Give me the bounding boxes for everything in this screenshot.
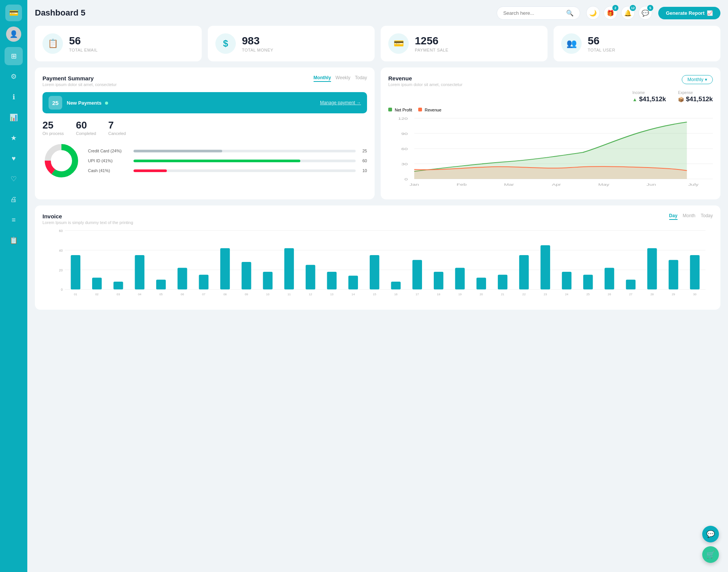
- invoice-tab-month[interactable]: Month: [683, 213, 695, 220]
- theme-toggle-btn[interactable]: 🌙: [586, 6, 600, 20]
- svg-rect-56: [370, 255, 379, 290]
- progress-row-credit: Credit Card (24%) 25: [88, 149, 367, 153]
- generate-report-button[interactable]: Generate Report 📈: [658, 7, 720, 19]
- canceled-value: 7: [108, 119, 126, 131]
- upi-track: [133, 160, 356, 162]
- svg-text:16: 16: [394, 293, 398, 296]
- chat-btn[interactable]: 💬 5: [639, 6, 652, 20]
- invoice-tab-day[interactable]: Day: [669, 213, 678, 220]
- sidebar-item-analytics[interactable]: 📊: [5, 108, 23, 127]
- progress-bars: Credit Card (24%) 25 UPI ID (41%) 60: [88, 142, 367, 180]
- svg-text:12: 12: [309, 293, 312, 296]
- payment-summary-title: Payment Summary: [42, 75, 117, 81]
- manage-payment-link[interactable]: Manage payment →: [320, 100, 361, 105]
- users-icon: 👥: [561, 33, 582, 54]
- svg-text:07: 07: [202, 293, 206, 296]
- net-profit-dot: [388, 108, 392, 111]
- sidebar-item-heart2[interactable]: ♡: [5, 170, 23, 188]
- tab-weekly[interactable]: Weekly: [336, 75, 350, 82]
- upi-val: 60: [359, 158, 367, 163]
- expense-item: Expense 📦 $41,512k: [678, 91, 713, 103]
- on-process-value: 25: [42, 119, 64, 131]
- bell-btn[interactable]: 🔔 12: [621, 6, 635, 20]
- svg-rect-50: [306, 265, 315, 290]
- payment-summary-subtitle: Lorem ipsum dolor sit amet, consectetur: [42, 82, 117, 87]
- svg-rect-72: [541, 245, 550, 290]
- svg-text:09: 09: [245, 293, 248, 296]
- income-item: Income ▲ $41,512k: [632, 91, 666, 103]
- svg-text:15: 15: [373, 293, 376, 296]
- payment-value: 1256: [415, 35, 449, 47]
- payment-summary-card: Payment Summary Lorem ipsum dolor sit am…: [35, 67, 375, 199]
- sidebar-item-clipboard[interactable]: 📋: [5, 231, 23, 249]
- svg-text:27: 27: [629, 293, 632, 296]
- money-label: TOTAL MONEY: [242, 48, 273, 52]
- svg-rect-62: [434, 272, 443, 290]
- cart-fab[interactable]: 🛒: [702, 546, 719, 563]
- on-process-label: On process: [42, 131, 64, 136]
- stat-on-process: 25 On process: [42, 119, 64, 136]
- svg-rect-78: [604, 268, 614, 290]
- tab-monthly[interactable]: Monthly: [314, 75, 331, 82]
- fab-area: 💬 🛒: [702, 526, 719, 563]
- avatar[interactable]: 👤: [6, 27, 21, 42]
- tab-today[interactable]: Today: [355, 75, 367, 82]
- svg-rect-36: [156, 280, 166, 290]
- expense-label: Expense: [678, 91, 693, 95]
- svg-rect-28: [71, 255, 80, 290]
- legend-net-profit: Net Profit: [388, 108, 412, 112]
- invoice-tab-today[interactable]: Today: [701, 213, 713, 220]
- new-payments-count: 25: [49, 96, 62, 110]
- svg-text:21: 21: [501, 293, 504, 296]
- svg-text:Jan: Jan: [410, 183, 419, 186]
- stat-card-email: 📋 56 TOTAL EMAIL: [35, 26, 202, 61]
- invoice-tab-group: Day Month Today: [669, 213, 713, 220]
- svg-text:40: 40: [59, 249, 63, 252]
- sidebar: 💳 👤 ⊞ ⚙ ℹ 📊 ★ ♥ ♡ 🖨 ≡ 📋: [0, 0, 27, 572]
- gift-btn[interactable]: 🎁 2: [604, 6, 617, 20]
- svg-rect-76: [583, 275, 593, 290]
- payment-bottom: Credit Card (24%) 25 UPI ID (41%) 60: [42, 142, 367, 180]
- svg-text:14: 14: [351, 293, 355, 296]
- income-expense-area: Income ▲ $41,512k Expense 📦 $41,512k: [388, 91, 713, 103]
- revenue-subtitle: Lorem ipsum dolor sit amet, consectetur: [388, 82, 463, 87]
- svg-rect-34: [135, 255, 144, 290]
- svg-text:08: 08: [223, 293, 227, 296]
- progress-row-upi: UPI ID (41%) 60: [88, 158, 367, 163]
- svg-text:02: 02: [95, 293, 99, 296]
- revenue-chart-svg: 120 90 60 30 0 Jan Feb Mar Apr Ma: [388, 114, 713, 190]
- sidebar-item-heart[interactable]: ♥: [5, 149, 23, 168]
- svg-text:May: May: [598, 183, 610, 186]
- credit-fill: [133, 150, 222, 152]
- money-icon: $: [215, 33, 236, 54]
- revenue-monthly-btn[interactable]: Monthly ▾: [682, 75, 713, 84]
- svg-text:22: 22: [522, 293, 526, 296]
- income-value: ▲ $41,512k: [632, 96, 666, 103]
- email-icon: 📋: [42, 33, 63, 54]
- svg-text:30: 30: [401, 162, 408, 166]
- stat-card-payment: 💳 1256 PAYMENT SALE: [381, 26, 548, 61]
- credit-val: 25: [359, 149, 367, 153]
- search-icon: 🔍: [566, 9, 574, 17]
- svg-rect-38: [177, 268, 187, 290]
- cash-fill: [133, 169, 167, 172]
- content-row: Payment Summary Lorem ipsum dolor sit am…: [35, 67, 720, 199]
- search-input[interactable]: [503, 10, 563, 16]
- svg-text:19: 19: [458, 293, 462, 296]
- sidebar-item-info[interactable]: ℹ: [5, 88, 23, 106]
- payment-label: PAYMENT SALE: [415, 48, 449, 52]
- sidebar-item-star[interactable]: ★: [5, 129, 23, 147]
- svg-text:10: 10: [266, 293, 270, 296]
- sidebar-item-dashboard[interactable]: ⊞: [5, 47, 23, 65]
- status-dot: [105, 102, 108, 105]
- chart-legend: Net Profit Revenue: [388, 108, 713, 112]
- email-value: 56: [69, 35, 98, 47]
- sidebar-item-settings[interactable]: ⚙: [5, 67, 23, 86]
- support-fab[interactable]: 💬: [702, 526, 719, 542]
- svg-text:20: 20: [59, 268, 63, 272]
- search-bar[interactable]: 🔍: [497, 6, 580, 20]
- sidebar-item-print[interactable]: 🖨: [5, 190, 23, 208]
- sidebar-item-list[interactable]: ≡: [5, 211, 23, 229]
- progress-row-cash: Cash (41%) 10: [88, 168, 367, 173]
- income-label: Income: [632, 91, 645, 95]
